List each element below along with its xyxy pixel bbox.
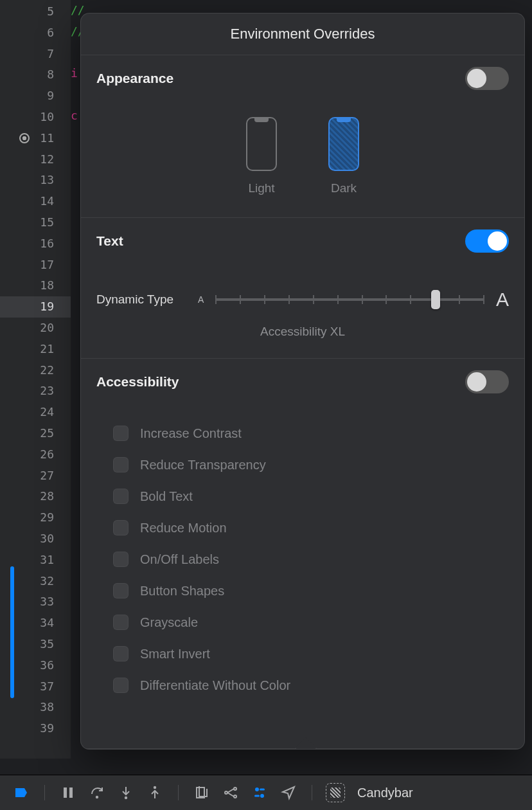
line-number[interactable]: 25	[0, 423, 71, 444]
appearance-heading: Appearance	[96, 71, 173, 86]
popover-title: Environment Overrides	[81, 14, 524, 55]
accessibility-option-label: Reduce Motion	[140, 521, 227, 536]
accessibility-toggle[interactable]	[465, 370, 509, 393]
line-number[interactable]: 16	[0, 233, 71, 255]
accessibility-option[interactable]: Reduce Motion	[113, 520, 509, 536]
line-number[interactable]: 5	[0, 1, 71, 22]
change-bar	[10, 566, 14, 698]
svg-point-4	[154, 787, 155, 788]
accessibility-option[interactable]: On/Off Labels	[113, 552, 509, 567]
section-text: Text Dynamic Type A A Accessibility XL	[81, 218, 524, 359]
accessibility-option[interactable]: Grayscale	[113, 615, 509, 630]
line-number[interactable]: 30	[0, 528, 71, 550]
target-app-icon[interactable]	[326, 783, 345, 802]
svg-point-7	[234, 788, 236, 790]
accessibility-option[interactable]: Smart Invert	[113, 646, 509, 662]
line-number[interactable]: 39	[0, 718, 71, 739]
dynamic-type-label: Dynamic Type	[96, 292, 186, 307]
checkbox[interactable]	[113, 552, 129, 567]
checkbox[interactable]	[113, 583, 129, 598]
line-number[interactable]: 21	[0, 339, 71, 360]
accessibility-option-label: Bold Text	[140, 489, 193, 504]
accessibility-option[interactable]: Increase Contrast	[113, 426, 509, 441]
line-number[interactable]: 22	[0, 360, 71, 381]
accessibility-option[interactable]: Reduce Transparency	[113, 457, 509, 473]
pause-icon[interactable]	[58, 783, 78, 802]
text-heading: Text	[96, 233, 123, 249]
svg-point-3	[125, 797, 127, 798]
appearance-option-light[interactable]: Light	[246, 117, 277, 195]
accessibility-option-label: Smart Invert	[140, 647, 210, 662]
line-number[interactable]: 38	[0, 697, 71, 718]
checkbox[interactable]	[113, 457, 129, 473]
accessibility-option-label: Grayscale	[140, 615, 198, 630]
accessibility-option[interactable]: Differentiate Without Color	[113, 678, 509, 693]
section-accessibility: Accessibility Increase ContrastReduce Tr…	[81, 359, 524, 749]
checkbox[interactable]	[113, 489, 129, 504]
section-appearance: Appearance Light Dark	[81, 55, 524, 218]
accessibility-option-label: On/Off Labels	[140, 552, 219, 567]
accessibility-option[interactable]: Bold Text	[113, 489, 509, 504]
line-number[interactable]: 27	[0, 465, 71, 487]
large-a-icon: A	[496, 289, 509, 310]
svg-point-6	[225, 791, 227, 794]
svg-point-9	[255, 788, 259, 791]
small-a-icon: A	[198, 294, 204, 305]
accessibility-heading: Accessibility	[96, 374, 179, 390]
line-number[interactable]: 12	[0, 149, 71, 170]
line-number[interactable]: 26	[0, 444, 71, 465]
checkbox[interactable]	[113, 646, 129, 662]
environment-overrides-icon[interactable]	[250, 783, 269, 802]
checkbox[interactable]	[113, 520, 129, 536]
accessibility-option[interactable]: Button Shapes	[113, 583, 509, 598]
breakpoints-icon[interactable]	[12, 783, 31, 802]
environment-overrides-popover: Environment Overrides Appearance Light D…	[80, 13, 525, 750]
line-number[interactable]: 18	[0, 275, 71, 296]
line-number[interactable]: 24	[0, 402, 71, 423]
svg-rect-10	[260, 789, 265, 791]
line-number[interactable]: 11	[0, 128, 71, 149]
slider-thumb[interactable]	[431, 290, 440, 309]
checkbox[interactable]	[113, 426, 129, 441]
line-number[interactable]: 14	[0, 191, 71, 212]
line-number[interactable]: 15	[0, 212, 71, 233]
line-number[interactable]: 17	[0, 255, 71, 276]
memory-graph-icon[interactable]	[221, 783, 240, 802]
breakpoint-outline-icon[interactable]	[19, 133, 30, 143]
line-number[interactable]: 10	[0, 107, 71, 128]
checkbox[interactable]	[113, 678, 129, 693]
line-number[interactable]: 19	[0, 296, 71, 318]
line-number[interactable]: 13	[0, 170, 71, 191]
svg-point-2	[96, 797, 98, 798]
dynamic-type-slider[interactable]	[215, 290, 484, 309]
appearance-toggle[interactable]	[465, 67, 509, 90]
checkbox[interactable]	[113, 615, 129, 630]
debug-view-hierarchy-icon[interactable]	[192, 783, 211, 802]
debug-bar: Candybar	[0, 775, 532, 810]
svg-point-11	[260, 794, 264, 798]
slider-ticks	[215, 292, 484, 307]
step-out-icon[interactable]	[145, 783, 164, 802]
accessibility-option-label: Reduce Transparency	[140, 458, 266, 473]
text-toggle[interactable]	[465, 230, 509, 253]
accessibility-option-label: Button Shapes	[140, 584, 224, 598]
line-number[interactable]: 29	[0, 507, 71, 528]
svg-rect-1	[69, 788, 73, 798]
accessibility-option-label: Differentiate Without Color	[140, 678, 290, 693]
simulate-location-icon[interactable]	[279, 783, 298, 802]
svg-rect-0	[64, 788, 67, 798]
line-number[interactable]: 7	[0, 44, 71, 65]
line-number[interactable]: 23	[0, 381, 71, 402]
accessibility-options-list: Increase ContrastReduce TransparencyBold…	[113, 426, 509, 693]
target-app-label[interactable]: Candybar	[357, 786, 413, 800]
step-over-icon[interactable]	[87, 783, 107, 802]
line-number[interactable]: 6	[0, 22, 71, 44]
phone-dark-icon	[328, 117, 359, 171]
accessibility-option-label: Increase Contrast	[140, 426, 242, 441]
line-number[interactable]: 20	[0, 318, 71, 339]
step-into-icon[interactable]	[116, 783, 136, 802]
line-number[interactable]: 9	[0, 86, 71, 107]
appearance-option-dark[interactable]: Dark	[328, 117, 359, 195]
line-number[interactable]: 8	[0, 64, 71, 86]
line-number[interactable]: 28	[0, 486, 71, 507]
